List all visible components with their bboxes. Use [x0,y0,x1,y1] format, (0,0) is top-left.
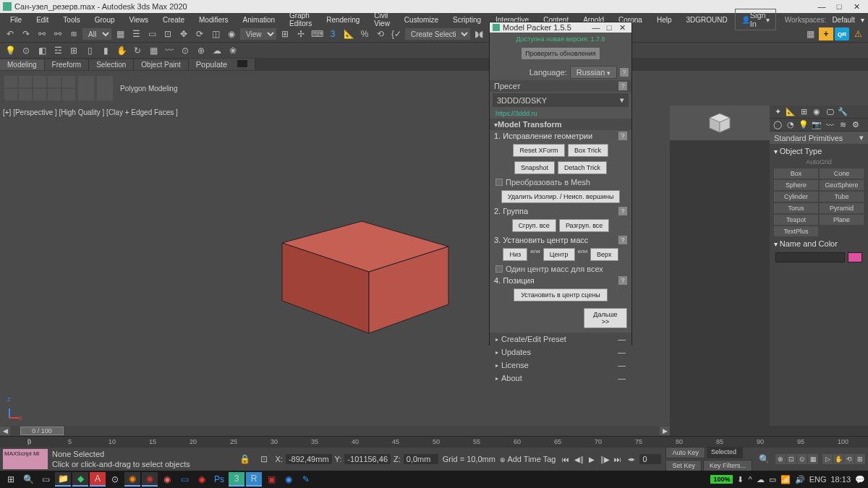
color-swatch[interactable] [848,252,862,262]
scene-box-object[interactable] [260,192,463,337]
app-icon[interactable]: ◉ [159,472,175,487]
category-select[interactable]: Standard Primitives▾ [770,132,868,144]
app-icon[interactable]: Ps [211,472,227,487]
play-icon[interactable]: ▶ [586,453,597,465]
region-rect-icon[interactable]: ▭ [145,27,159,40]
coord-x[interactable]: -892,49mm [286,454,332,464]
notifications-icon[interactable]: 💬 [855,475,865,484]
section-about[interactable]: ▸About— [490,372,631,385]
rib-btn[interactable] [19,89,32,100]
current-frame[interactable]: 0 [639,454,661,464]
rib-btn[interactable] [48,76,61,87]
section-create-preset[interactable]: ▸Create/Edit Preset— [490,333,631,346]
utilities-tab-icon[interactable]: 🔧 [838,107,848,117]
app-icon[interactable]: ◉ [281,472,297,487]
modal-titlebar[interactable]: Model Packer 1.5.5 — □ ✕ [490,22,631,33]
selection-filter[interactable]: All [82,28,111,40]
set-center-button[interactable]: Установить в центр сцены [514,288,608,301]
obj-plane[interactable]: Plane [820,215,864,225]
goto-end-icon[interactable]: ⏭ [612,453,624,465]
help-icon[interactable]: ? [618,132,627,140]
lock-icon[interactable]: 🔒 [238,453,252,466]
check-updates-button[interactable]: Проверить обновления [521,47,600,60]
app-icon[interactable]: ▣ [263,472,279,487]
viewcube-panel[interactable] [670,106,770,140]
timeslider-prev[interactable]: ◀ [0,427,10,435]
menu-group[interactable]: Group [88,14,122,25]
menu-animation[interactable]: Animation [236,14,282,25]
modal-close[interactable]: ✕ [616,22,629,33]
menu-views[interactable]: Views [122,14,156,25]
start-button[interactable]: ⊞ [3,472,19,487]
taskview-icon[interactable]: ▭ [38,472,54,487]
bottom-button[interactable]: Низ [503,248,527,261]
nav-icon[interactable]: ⊙ [797,454,807,464]
obj-teapot[interactable]: Teapot [774,215,818,225]
top-button[interactable]: Верх [590,248,618,261]
display-tab-icon[interactable]: 🖵 [825,107,835,117]
time-ruler[interactable]: |\ 0510152025303540455055606570758085909… [0,436,868,448]
tray-icon[interactable]: ^ [748,475,752,484]
tool-icon[interactable]: ❀ [226,44,240,57]
obj-pyramid[interactable]: Pyramid [820,203,864,213]
name-color-rollout[interactable]: ▾ Name and Color [773,238,865,249]
tray-icon[interactable]: ☁ [757,475,765,484]
tool-icon[interactable]: ⊙ [19,44,33,57]
create-tab-icon[interactable]: ✦ [773,107,783,117]
app-icon[interactable]: ✎ [298,472,314,487]
warning-icon[interactable]: ⚠ [851,27,865,40]
motion-tab-icon[interactable]: ◉ [812,107,822,117]
tool-icon[interactable]: ▮ [98,44,113,57]
nav-icon[interactable]: ✋ [833,454,843,464]
help-icon[interactable]: ? [620,68,629,77]
app-icon[interactable]: ◉ [142,472,158,487]
nav-icon[interactable]: ▷ [822,454,833,464]
app-icon[interactable]: ⊙ [107,472,123,487]
clock[interactable]: 18:13 [830,475,851,484]
plus-icon[interactable]: + [819,27,833,40]
workspace-select[interactable]: Default [829,14,858,25]
tool-icon[interactable]: ↻ [130,44,145,57]
group-all-button[interactable]: Сгруп. все [512,219,556,232]
placement-icon[interactable]: ◉ [224,27,239,40]
modal-minimize[interactable]: — [590,22,603,33]
nav-icon[interactable]: ⊕ [775,454,786,464]
rib-btn[interactable] [97,76,113,100]
add-time-tag[interactable]: Add Time Tag [507,455,556,463]
close-button[interactable]: ✕ [848,0,865,13]
tab-selection[interactable]: Selection [89,59,134,70]
mirror-icon[interactable]: ◗◖ [472,27,486,40]
obj-cylinder[interactable]: Cylinder [774,192,818,202]
menu-help[interactable]: Help [650,14,679,25]
obj-sphere[interactable]: Sphere [774,180,818,190]
to-mesh-checkbox[interactable] [495,179,503,186]
menu-modifiers[interactable]: Modifiers [192,14,236,25]
help-icon[interactable]: ? [618,276,627,285]
menu-scripting[interactable]: Scripting [446,14,488,25]
app-icon[interactable]: ◆ [72,472,88,487]
wifi-icon[interactable]: 📶 [780,475,791,484]
select-icon[interactable]: ▦ [113,27,127,40]
reset-xform-button[interactable]: Reset XForm [513,144,564,157]
spinner-snap-icon[interactable]: ⟲ [373,27,388,40]
app-icon[interactable]: ▭ [176,472,192,487]
snap-toggle-icon[interactable]: 3 [326,27,340,40]
viewcube-icon[interactable] [704,109,736,137]
object-type-rollout[interactable]: ▾ Object Type [773,145,865,157]
obj-tube[interactable]: Tube [820,192,864,202]
detach-trick-button[interactable]: Detach Trick [558,161,607,174]
ribbon-group-label[interactable]: Polygon Modeling [116,83,182,94]
select-name-icon[interactable]: ☰ [129,27,143,40]
search-icon[interactable]: 🔍 [757,453,771,466]
viewport-label[interactable]: [+] [Perspective ] [High Quality ] [Clay… [3,108,178,116]
angle-snap-icon[interactable]: 📐 [341,27,356,40]
rib-btn[interactable] [48,89,61,100]
unlink-icon[interactable]: ⚯ [51,27,65,40]
rib-btn[interactable] [78,76,94,100]
lights-icon[interactable]: 💡 [799,120,809,130]
transform-header[interactable]: ▾ Model Transform [490,119,631,130]
obj-textplus[interactable]: TextPlus [774,226,818,236]
help-icon[interactable]: ? [618,236,627,244]
rib-btn[interactable] [33,76,46,87]
maximize-button[interactable]: □ [830,0,848,13]
